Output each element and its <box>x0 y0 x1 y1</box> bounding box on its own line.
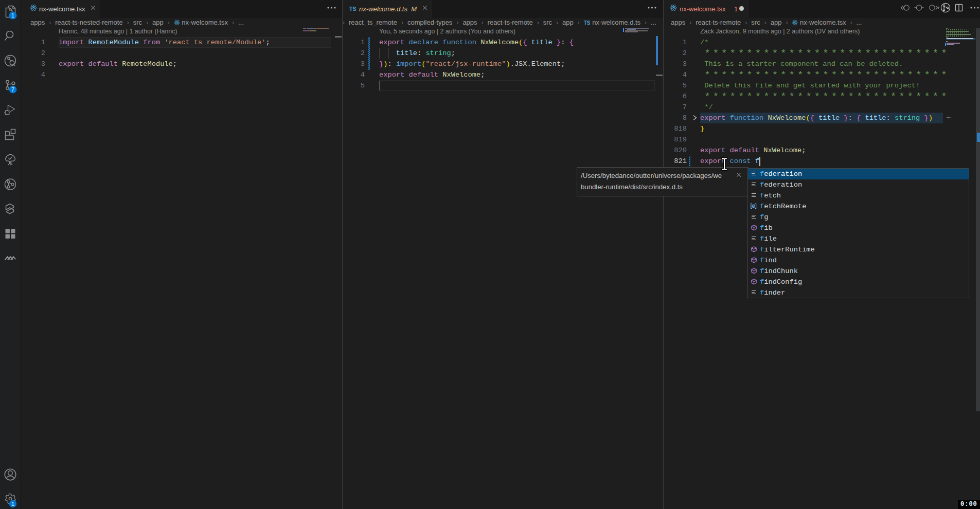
svg-text:7: 7 <box>11 86 14 93</box>
svg-text:1: 1 <box>11 501 14 507</box>
svg-text:1: 1 <box>11 12 14 19</box>
